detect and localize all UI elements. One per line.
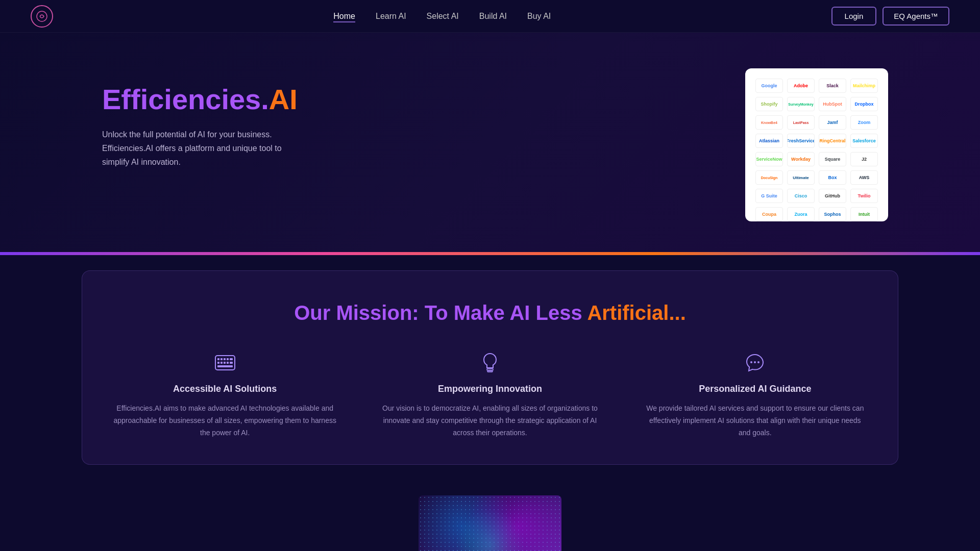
svg-rect-2 — [217, 358, 219, 360]
svg-rect-9 — [224, 362, 226, 364]
nav-links: Home Learn AI Select AI Build AI Buy AI — [333, 12, 551, 21]
innovation-desc: Our vision is to democratize AI, enablin… — [378, 403, 602, 439]
accessible-ai-title: Accessible AI Solutions — [113, 384, 337, 394]
integration-logo: Workday — [787, 152, 815, 166]
hero-title: Efficiencies.AI — [102, 84, 306, 115]
integration-logo: GitHub — [819, 189, 846, 203]
innovation-title: Empowering Innovation — [378, 384, 602, 394]
svg-rect-10 — [227, 362, 229, 364]
integration-logo: RingCentral — [819, 134, 846, 148]
keyboard-icon — [113, 350, 337, 375]
nav-select-ai[interactable]: Select AI — [427, 12, 459, 20]
guidance-desc: We provide tailored AI services and supp… — [643, 403, 867, 439]
hero-title-orange: AI — [269, 83, 298, 115]
integration-logo: Coupa — [755, 207, 783, 221]
mission-card-accessible: Accessible AI Solutions Efficiencies.AI … — [103, 350, 347, 439]
integration-logo: Dropbox — [850, 97, 878, 111]
navbar: Home Learn AI Select AI Build AI Buy AI … — [0, 0, 980, 33]
hero-section: Efficiencies.AI Unlock the full potentia… — [0, 33, 980, 252]
integration-logo: Ultimate — [787, 170, 815, 185]
svg-rect-13 — [487, 369, 493, 370]
mission-cards: Accessible AI Solutions Efficiencies.AI … — [103, 350, 877, 439]
integration-logo: Box — [819, 170, 846, 185]
integration-logo: AWS — [850, 170, 878, 185]
integration-logo: DocuSign — [755, 170, 783, 185]
bottom-section — [0, 480, 980, 551]
hero-description: Unlock the full potential of AI for your… — [102, 128, 306, 169]
mission-title: Our Mission: To Make AI Less Artificial.… — [103, 302, 877, 324]
bottom-image — [419, 495, 561, 551]
svg-point-16 — [754, 361, 756, 363]
logo[interactable] — [31, 5, 53, 28]
accessible-ai-desc: Efficiencies.AI aims to make advanced AI… — [113, 403, 337, 439]
eq-agents-button[interactable]: EQ Agents™ — [883, 7, 949, 26]
svg-rect-3 — [220, 358, 223, 360]
nav-home[interactable]: Home — [333, 12, 355, 22]
integration-logo: Mailchimp — [850, 79, 878, 93]
integration-logo: Zuora — [787, 207, 815, 221]
svg-rect-14 — [487, 371, 493, 372]
integration-logo: Twilio — [850, 189, 878, 203]
svg-rect-12 — [217, 365, 233, 367]
integration-logo: Salesforce — [850, 134, 878, 148]
mission-title-orange: Artificial... — [587, 302, 685, 324]
integration-logo: ServiceNow — [755, 152, 783, 166]
hero-content: Efficiencies.AI Unlock the full potentia… — [102, 63, 306, 169]
svg-rect-6 — [230, 358, 233, 360]
gradient-divider — [0, 252, 980, 255]
guidance-title: Personalized AI Guidance — [643, 384, 867, 394]
chat-icon — [643, 350, 867, 375]
svg-rect-8 — [220, 362, 223, 364]
integration-logo: Sophos — [819, 207, 846, 221]
svg-rect-7 — [217, 362, 219, 364]
mission-section: Our Mission: To Make AI Less Artificial.… — [82, 270, 898, 465]
integrations-card: GoogleAdobeSlackMailchimpShopifySurveyMo… — [745, 68, 888, 221]
integration-logo: Atlassian — [755, 134, 783, 148]
integration-logo: LastPass — [787, 115, 815, 130]
integration-logo: J2 — [850, 152, 878, 166]
nav-actions: Login EQ Agents™ — [831, 7, 949, 26]
integration-logo: Shopify — [755, 97, 783, 111]
nav-learn-ai[interactable]: Learn AI — [376, 12, 406, 20]
svg-rect-4 — [224, 358, 226, 360]
mission-card-innovation: Empowering Innovation Our vision is to d… — [368, 350, 612, 439]
login-button[interactable]: Login — [831, 7, 877, 26]
logo-icon — [31, 5, 53, 28]
lightbulb-icon — [378, 350, 602, 375]
integration-logo: Adobe — [787, 79, 815, 93]
bottom-dots-bg — [419, 495, 561, 551]
mission-title-purple: Our Mission: To Make AI Less — [294, 302, 587, 324]
integration-logo: Square — [819, 152, 846, 166]
svg-rect-11 — [230, 362, 233, 364]
integration-logo: Intuit — [850, 207, 878, 221]
integration-logo: FreshService — [787, 134, 815, 148]
integration-logo: KnowBe4 — [755, 115, 783, 130]
nav-build-ai[interactable]: Build AI — [479, 12, 507, 20]
svg-rect-5 — [227, 358, 229, 360]
svg-point-15 — [750, 361, 752, 363]
nav-buy-ai[interactable]: Buy AI — [527, 12, 551, 20]
integration-logo: Cisco — [787, 189, 815, 203]
integration-logo: Google — [755, 79, 783, 93]
mission-card-guidance: Personalized AI Guidance We provide tail… — [633, 350, 877, 439]
integration-logo: G Suite — [755, 189, 783, 203]
hero-title-purple: Efficiencies. — [102, 83, 269, 115]
integration-logo: Slack — [819, 79, 846, 93]
integration-logo: HubSpot — [819, 97, 846, 111]
svg-point-0 — [37, 11, 47, 21]
svg-point-17 — [757, 361, 760, 363]
integration-logo: Zoom — [850, 115, 878, 130]
integration-logo: SurveyMonkey — [787, 97, 815, 111]
integration-logo: Jamf — [819, 115, 846, 130]
